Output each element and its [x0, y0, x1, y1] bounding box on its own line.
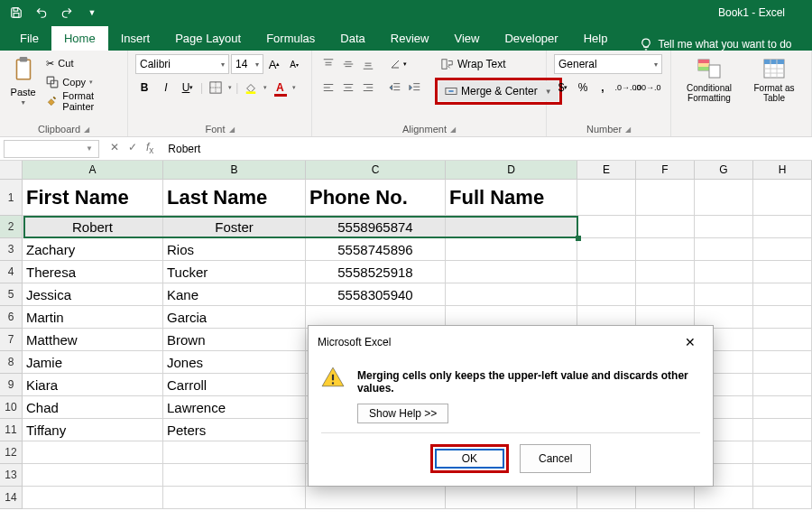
cell[interactable]: Carroll [163, 374, 306, 396]
cell[interactable] [163, 487, 306, 509]
enter-formula-icon[interactable]: ✓ [128, 141, 137, 155]
name-box[interactable]: ▼ [4, 140, 99, 158]
col-header[interactable]: B [163, 161, 306, 180]
cell[interactable] [695, 216, 753, 238]
tab-formulas[interactable]: Formulas [254, 26, 328, 51]
increase-indent-icon[interactable] [406, 78, 424, 98]
cell[interactable] [636, 261, 695, 283]
cell[interactable] [23, 441, 163, 464]
align-right-icon[interactable] [359, 78, 377, 98]
cell[interactable] [695, 180, 753, 216]
copy-button[interactable]: Copy ▾ [44, 73, 120, 91]
tab-home[interactable]: Home [51, 26, 108, 51]
show-help-button[interactable]: Show Help >> [357, 404, 448, 423]
cell[interactable] [577, 180, 636, 216]
row-header[interactable]: 7 [0, 329, 23, 351]
merge-center-button[interactable]: Merge & Center ▼ [438, 81, 558, 101]
row-header[interactable]: 11 [0, 419, 23, 441]
tab-view[interactable]: View [441, 26, 492, 51]
col-header[interactable]: A [23, 161, 163, 180]
increase-font-icon[interactable]: A▴ [265, 54, 283, 74]
alignment-launcher-icon[interactable]: ◢ [450, 125, 456, 134]
cell[interactable] [446, 216, 577, 238]
cell[interactable] [636, 283, 695, 306]
cell[interactable]: First Name [23, 180, 163, 216]
cell[interactable] [577, 238, 636, 261]
row-header[interactable]: 8 [0, 351, 23, 374]
cell[interactable] [163, 441, 306, 464]
cell[interactable] [636, 238, 695, 261]
col-header[interactable]: G [695, 161, 753, 180]
dialog-close-button[interactable]: ✕ [677, 333, 704, 351]
cell[interactable] [636, 216, 695, 238]
cancel-formula-icon[interactable]: ✕ [110, 141, 119, 155]
align-top-icon[interactable] [319, 54, 337, 74]
cell[interactable]: Peters [163, 419, 306, 441]
conditional-formatting-button[interactable]: Conditional Formatting [678, 58, 740, 103]
font-launcher-icon[interactable]: ◢ [229, 125, 235, 134]
underline-button[interactable]: U▾ [179, 78, 197, 98]
cell[interactable]: 5558965874 [306, 216, 446, 238]
cell[interactable] [753, 216, 812, 238]
cell[interactable] [446, 283, 577, 306]
cell[interactable]: Zachary [23, 238, 163, 261]
cell[interactable] [695, 283, 753, 306]
cell[interactable]: Garcia [163, 306, 306, 329]
cell[interactable]: Chad [23, 396, 163, 419]
cell[interactable] [753, 180, 812, 216]
cell[interactable] [636, 487, 695, 509]
paste-button[interactable]: Paste ▼ [7, 54, 39, 106]
redo-icon[interactable] [60, 5, 74, 20]
fx-icon[interactable]: fx [146, 141, 153, 155]
cell[interactable] [577, 216, 636, 238]
cell[interactable] [695, 261, 753, 283]
row-header[interactable]: 5 [0, 283, 23, 306]
cell[interactable] [753, 261, 812, 283]
cell[interactable]: 5558305940 [306, 283, 446, 306]
align-left-icon[interactable] [319, 78, 337, 98]
clipboard-launcher-icon[interactable]: ◢ [84, 125, 89, 134]
font-color-button[interactable]: A [271, 78, 289, 98]
formula-input[interactable]: Robert [161, 143, 812, 155]
wrap-text-button[interactable]: Wrap Text [435, 54, 562, 74]
cell[interactable] [306, 487, 446, 509]
number-format-combo[interactable]: General▾ [554, 54, 662, 74]
cell[interactable] [446, 487, 577, 509]
cell[interactable] [163, 464, 306, 487]
customize-qat-icon[interactable]: ▼ [85, 5, 99, 20]
cell[interactable]: Martin [23, 306, 163, 329]
format-as-table-button[interactable]: Format as Table [749, 58, 799, 103]
cell[interactable]: Rios [163, 238, 306, 261]
cell[interactable]: Jessica [23, 283, 163, 306]
dialog-ok-button[interactable]: OK [435, 449, 504, 469]
borders-button[interactable] [207, 78, 225, 98]
comma-format-icon[interactable]: , [594, 78, 612, 98]
row-header[interactable]: 6 [0, 306, 23, 329]
cell[interactable]: Full Name [446, 180, 577, 216]
cut-button[interactable]: ✂ Cut [44, 54, 120, 72]
cell[interactable] [446, 238, 577, 261]
cell[interactable]: Kiara [23, 374, 163, 396]
row-header[interactable]: 10 [0, 396, 23, 419]
font-size-combo[interactable]: 14▾ [231, 54, 263, 74]
col-header[interactable]: C [306, 161, 446, 180]
cell[interactable] [446, 261, 577, 283]
row-header[interactable]: 3 [0, 238, 23, 261]
tab-insert[interactable]: Insert [108, 26, 163, 51]
undo-icon[interactable] [34, 5, 49, 20]
cell[interactable]: Robert [23, 216, 163, 238]
cell[interactable]: Foster [163, 216, 306, 238]
save-icon[interactable] [9, 5, 23, 20]
dialog-cancel-button[interactable]: Cancel [520, 444, 591, 473]
fill-handle[interactable] [576, 236, 581, 241]
orientation-icon[interactable]: ▾ [386, 54, 410, 74]
row-header[interactable]: 13 [0, 464, 23, 487]
cell[interactable] [23, 464, 163, 487]
cell[interactable]: Last Name [163, 180, 306, 216]
cell[interactable] [23, 487, 163, 509]
cell[interactable]: Jamie [23, 351, 163, 374]
row-header[interactable]: 9 [0, 374, 23, 396]
row-header[interactable]: 4 [0, 261, 23, 283]
cell[interactable] [577, 487, 636, 509]
cell[interactable]: Jones [163, 351, 306, 374]
